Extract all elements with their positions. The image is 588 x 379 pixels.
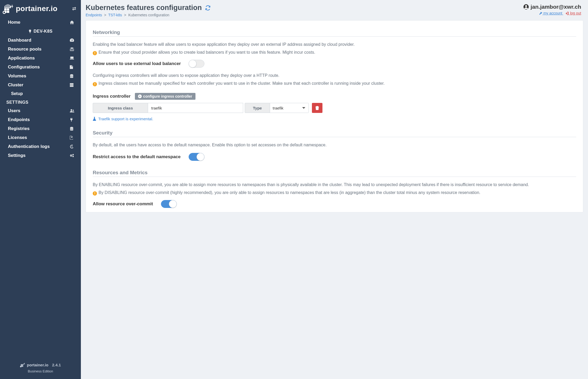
svg-point-17 [72,154,74,155]
footer-brand: portainer.io [27,363,48,367]
home-icon [70,21,75,24]
lb-description: Enabling the load balancer feature will … [93,41,576,48]
lb-toggle-label: Allow users to use external load balance… [93,61,181,66]
logout-icon [566,12,569,15]
database-icon [70,127,75,131]
svg-point-25 [525,5,527,7]
nav-auth-logs[interactable]: Authentication logs [0,142,81,151]
nav-item-label: Registries [8,126,30,131]
svg-rect-11 [70,86,74,87]
nav-resource-pools[interactable]: Resource pools [0,45,81,54]
nav-settings[interactable]: Settings [0,151,81,160]
history-icon [70,145,75,148]
ingress-type-header: Type [245,103,270,113]
topbar: Kubernetes features configuration Endpoi… [81,0,588,20]
traefik-note: Traefik support is experimental. [93,117,576,121]
ingress-type-select[interactable]: traefik [270,103,309,113]
plug-icon [70,118,75,122]
ingress-class-input[interactable] [148,103,243,113]
svg-point-12 [71,109,72,111]
nav-licenses[interactable]: Licenses [0,133,81,142]
footer-edition: Business Edition [0,369,81,373]
nav-section-settings: SETTINGS [0,98,81,106]
configure-ingress-button[interactable]: + configure ingress controller [135,93,195,100]
nav-endpoints[interactable]: Endpoints [0,115,81,124]
warning-icon: ! [93,51,97,55]
ingress-controller-label: Ingress controller [93,94,131,99]
nav-configurations[interactable]: Configurations [0,63,81,72]
page-title: Kubernetes features configuration [86,4,211,12]
brand-logo[interactable]: portainer.io [3,3,57,15]
nav-item-label: Licenses [8,135,27,140]
restrict-ns-toggle[interactable] [189,153,204,161]
nav-cluster[interactable]: Cluster [0,81,81,89]
overcommit-toggle[interactable] [161,200,177,208]
nav-item-label: Settings [8,153,26,158]
ingress-warning: !Ingress classes must be manually specif… [93,80,576,87]
dashboard-icon [70,38,75,42]
nav-registries[interactable]: Registries [0,124,81,133]
nav-subitem-label: Setup [11,91,23,96]
flask-icon [93,117,96,121]
security-description: By default, all the users have access to… [93,142,576,148]
breadcrumbs: Endpoints > TST-k8s > Kubernetes configu… [86,13,211,17]
my-account-link[interactable]: my account [539,11,563,15]
footer-version: 2.4.1 [52,363,61,367]
logout-link[interactable]: log out [566,11,581,15]
svg-rect-1 [7,8,9,11]
sidebar-collapse-icon[interactable]: ⇄ [72,6,76,12]
layers-icon [70,47,75,51]
wrench-icon [539,12,542,15]
refresh-icon[interactable] [205,5,211,11]
nav-cluster-setup[interactable]: Setup [0,89,81,98]
restrict-ns-toggle-label: Restrict access to the default namespace [93,154,181,159]
warning-icon: ! [93,82,97,86]
file-export-icon [70,136,75,139]
svg-point-23 [20,366,22,367]
svg-rect-6 [70,57,74,59]
sidebar-footer: portainer.io 2.4.1 Business Edition [0,358,81,379]
nav-item-label: Volumes [8,73,26,79]
nav-item-label: Configurations [8,64,40,70]
delete-ingress-button[interactable] [312,103,322,113]
nav-applications[interactable]: Applications [0,54,81,63]
resources-warning: !By DISABLING resource over-commit (high… [93,190,576,196]
breadcrumb-endpoints[interactable]: Endpoints [86,13,102,17]
svg-rect-22 [22,366,23,367]
config-panel: Networking Enabling the load balancer fe… [86,20,583,212]
username-text: jan.jambor@xwr.ch [531,4,581,10]
nav-environment[interactable]: DEV-K8S [0,27,81,36]
warning-icon: ! [93,191,97,196]
lb-warning: !Ensure that your cloud provider allows … [93,49,576,56]
svg-point-14 [70,127,73,128]
overcommit-toggle-label: Allow resource over-commit [93,201,153,207]
file-icon [70,65,75,69]
ingress-class-header: Ingress class [93,103,148,113]
breadcrumb-current: Kubernetes configuration [128,13,169,17]
section-networking: Networking [93,29,576,37]
user-block: jan.jambor@xwr.ch my account log out [523,4,581,15]
svg-point-13 [73,110,74,111]
portainer-logo-icon [20,362,25,368]
nav-dashboard[interactable]: Dashboard [0,36,81,45]
main: Kubernetes features configuration Endpoi… [81,0,588,379]
lb-toggle[interactable] [189,60,204,68]
nav-users[interactable]: Users [0,106,81,115]
section-resources: Resources and Metrics [93,170,576,177]
nav-environment-label: DEV-K8S [34,29,53,34]
svg-rect-3 [7,11,9,13]
resources-description: By ENABLING resource over-commit, you ar… [93,182,576,188]
svg-point-8 [70,74,73,76]
breadcrumb-env[interactable]: TST-k8s [108,13,122,17]
nav-home[interactable]: Home [0,18,81,27]
svg-rect-19 [21,365,22,366]
nav-item-label: Dashboard [8,38,31,43]
svg-point-18 [72,156,74,157]
svg-rect-9 [70,83,74,84]
section-security: Security [93,130,576,137]
nav-volumes[interactable]: Volumes [0,72,81,81]
brand-text: portainer.io [16,4,57,13]
svg-rect-10 [70,84,74,86]
plus-icon: + [138,94,142,98]
nav-item-label: Resource pools [8,47,42,52]
